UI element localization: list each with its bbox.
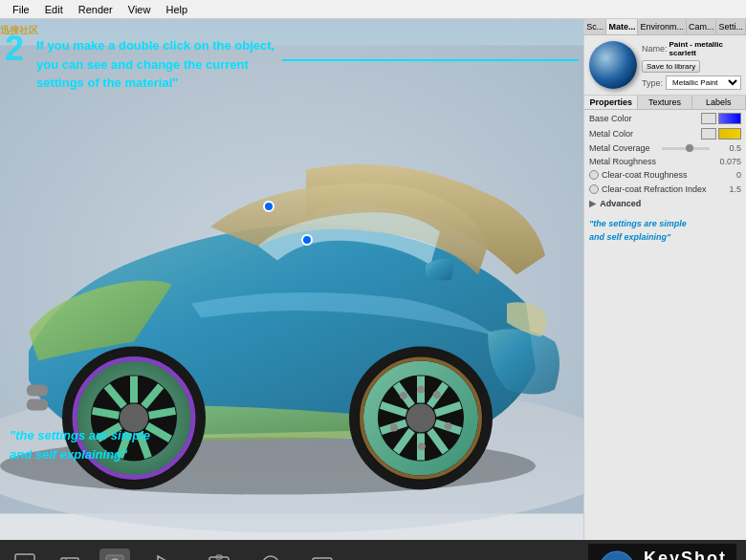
material-name: Paint - metallic scarlett [669, 40, 741, 57]
keyshot-logo-area: K KeyShot TUTORIAL by Mario Malagrino [588, 544, 736, 560]
svg-point-34 [417, 386, 425, 394]
metal-coverage-row: Metal Coverage 0.5 [589, 143, 741, 153]
material-name-row: Name: Paint - metallic scarlett [642, 40, 741, 57]
save-to-library-button[interactable]: Save to library [642, 60, 700, 73]
panel-tabs: Sc... Mate... Environm... Cam... Setti..… [584, 19, 746, 35]
metal-color-picker-btn[interactable] [701, 128, 716, 140]
svg-point-59 [600, 551, 634, 561]
clear-coat-refraction-dot [589, 184, 599, 194]
advanced-expand-arrow: ▶ [589, 199, 596, 208]
metal-roughness-value: 0.075 [713, 157, 741, 166]
library-icon [55, 549, 85, 561]
svg-line-10 [149, 411, 176, 416]
material-sphere [589, 41, 637, 89]
clear-coat-refraction-value: 1.5 [729, 184, 741, 194]
tab-environment[interactable]: Environm... [638, 19, 687, 34]
tab-sc[interactable]: Sc... [584, 19, 606, 34]
tab-camera[interactable]: Cam... [687, 19, 717, 34]
toolbar-keyshotvr[interactable]: KeyShotVR [300, 549, 345, 561]
name-label: Name: [642, 44, 668, 54]
menu-view[interactable]: View [121, 2, 159, 17]
quote-text: "the settings are simpleand self explain… [10, 426, 150, 463]
metal-coverage-label: Metal Coverage [589, 143, 659, 153]
panel-quote: "the settings are simpleand self explain… [589, 218, 741, 244]
project-icon [99, 549, 130, 561]
metal-color-controls [701, 128, 741, 140]
clear-coat-roughness-row: Clear-coat Roughness 0 [589, 170, 741, 180]
import-icon [10, 549, 40, 561]
metal-color-label: Metal Color [589, 129, 701, 139]
menu-edit[interactable]: Edit [37, 2, 71, 17]
tab-settings[interactable]: Setti... [716, 19, 746, 34]
clear-coat-refraction-label: Clear-coat Refraction Index [602, 184, 729, 194]
toolbar-project[interactable]: Project [99, 549, 130, 561]
tab-material[interactable]: Mate... [606, 19, 638, 34]
interactive-dot-1[interactable] [263, 201, 274, 212]
clear-coat-roughness-value: 0 [736, 170, 741, 180]
main-layout: 2 If you make a double click on the obje… [0, 19, 746, 540]
properties-list: Base Color Metal Color Metal Coverage [584, 110, 746, 540]
svg-marker-50 [158, 556, 171, 561]
metal-roughness-label: Metal Roughness [589, 157, 713, 166]
advanced-section-header[interactable]: ▶ Advanced [589, 199, 741, 208]
svg-rect-42 [15, 554, 34, 561]
svg-point-37 [390, 424, 398, 432]
metal-coverage-value: 0.5 [713, 143, 741, 153]
toolbar-library[interactable]: Library [55, 549, 85, 561]
menubar: File Edit Render View Help [0, 0, 746, 19]
menu-file[interactable]: File [5, 2, 37, 17]
svg-line-15 [93, 411, 120, 416]
prop-tab-labels[interactable]: Labels [692, 96, 746, 109]
material-type-row: Type: Metallic Paint [642, 75, 741, 90]
clear-coat-refraction-row: Clear-coat Refraction Index 1.5 [589, 184, 741, 194]
svg-point-54 [263, 556, 278, 561]
prop-tab-properties[interactable]: Properties [584, 96, 638, 109]
watermark: 迅搜社区 [0, 24, 38, 37]
base-color-swatch [718, 113, 741, 124]
material-info: Name: Paint - metallic scarlett Save to … [642, 40, 741, 90]
clear-coat-roughness-label: Clear-coat Roughness [602, 170, 736, 180]
svg-point-22 [406, 404, 435, 433]
right-panel: Sc... Mate... Environm... Cam... Setti..… [583, 19, 746, 540]
menu-render[interactable]: Render [71, 2, 121, 17]
bottom-toolbar: Import Library Project Animation [0, 540, 746, 560]
keyshotvr-icon [307, 549, 338, 561]
render-icon [255, 549, 286, 561]
property-tabs: Properties Textures Labels [584, 96, 746, 110]
clear-coat-roughness-dot [589, 170, 599, 180]
metal-roughness-row: Metal Roughness 0.075 [589, 157, 741, 166]
viewport: 2 If you make a double click on the obje… [0, 19, 583, 540]
metal-color-row: Metal Color [589, 128, 741, 140]
menu-help[interactable]: Help [158, 2, 195, 17]
metal-coverage-slider[interactable] [662, 147, 710, 150]
toolbar-screenshot[interactable]: Screenshot [197, 549, 241, 561]
material-preview-area: Name: Paint - metallic scarlett Save to … [584, 35, 746, 96]
toolbar-animation[interactable]: Animation [144, 549, 183, 561]
step-annotation-text: If you make a double click on the object… [36, 36, 285, 93]
base-color-controls [701, 113, 741, 124]
keyshot-logo-icon: K [598, 549, 636, 561]
keyshot-logo-text-area: KeyShot TUTORIAL by Mario Malagrino [644, 549, 727, 560]
base-color-row: Base Color [589, 113, 741, 124]
toolbar-render[interactable]: Render [255, 549, 286, 561]
material-type-select[interactable]: Metallic Paint [666, 75, 741, 90]
base-color-picker-btn[interactable] [701, 113, 716, 124]
screenshot-icon [204, 549, 234, 561]
svg-rect-41 [27, 399, 48, 411]
connector-line-top [282, 59, 579, 61]
toolbar-import[interactable]: Import [10, 549, 40, 561]
base-color-label: Base Color [589, 114, 701, 123]
interactive-dot-2[interactable] [301, 234, 313, 246]
keyshot-logo-name: KeyShot [644, 549, 727, 560]
svg-rect-40 [27, 385, 48, 397]
animation-icon [148, 549, 179, 561]
type-label: Type: [642, 78, 663, 88]
prop-tab-textures[interactable]: Textures [638, 96, 691, 109]
metal-color-swatch [718, 128, 741, 140]
